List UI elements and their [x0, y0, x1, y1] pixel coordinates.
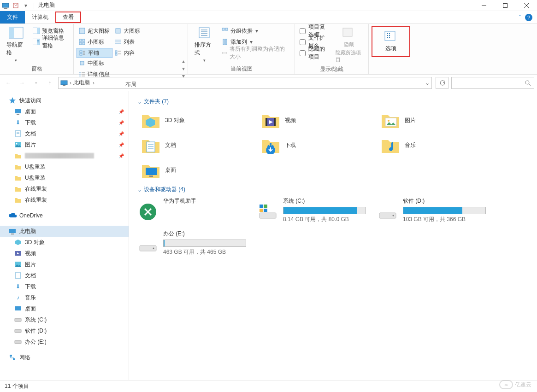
breadcrumb-this-pc[interactable]: 此电脑›	[73, 79, 94, 87]
tree-c-drive[interactable]: 系统 (C:)	[0, 314, 129, 325]
status-bar: 11 个项目	[0, 380, 537, 392]
tree-documents[interactable]: 文档📌	[0, 128, 129, 139]
hidden-items-check[interactable]: 隐藏的项目	[298, 48, 332, 58]
drive-d-bar	[403, 207, 486, 214]
drive-d[interactable]: 软件 (D:) 103 GB 可用，共 366 GB	[372, 197, 492, 223]
svg-rect-30	[115, 51, 117, 53]
layout-scroll-up-icon[interactable]: ▴	[182, 58, 185, 64]
tree-downloads[interactable]: ⬇下载📌	[0, 117, 129, 128]
svg-point-68	[16, 143, 18, 145]
forward-button[interactable]: →	[17, 77, 28, 88]
folder-music[interactable]: 音乐	[372, 134, 492, 156]
options-label: 选项	[385, 45, 396, 53]
tree-this-pc[interactable]: 此电脑	[0, 226, 129, 237]
tree-quick-access[interactable]: 快速访问	[0, 95, 129, 106]
tree-videos[interactable]: 视频	[0, 248, 129, 259]
tree-desktop[interactable]: 桌面📌	[0, 106, 129, 117]
svg-point-100	[393, 215, 394, 216]
svg-rect-47	[225, 28, 228, 30]
tab-file[interactable]: 文件	[0, 11, 25, 23]
tree-online1[interactable]: 在线重装	[0, 183, 129, 194]
options-button[interactable]: 选项	[373, 28, 408, 55]
xl-icons-button[interactable]: 超大图标	[77, 26, 112, 36]
close-button[interactable]	[516, 0, 537, 11]
search-box[interactable]	[451, 77, 534, 89]
drive-c[interactable]: 系统 (C:) 8.14 GB 可用，共 80.0 GB	[253, 197, 372, 223]
sort-button[interactable]: 排序方式 ▾	[191, 26, 218, 64]
tree-network[interactable]: 网络	[0, 352, 129, 363]
svg-rect-95	[260, 205, 263, 208]
tree-onedrive[interactable]: OneDrive	[0, 210, 129, 221]
folder-downloads[interactable]: 下载	[253, 134, 372, 156]
tree-e-drive[interactable]: 办公 (E:)	[0, 336, 129, 347]
layout-scroll-down-icon[interactable]: ▾	[182, 65, 185, 72]
folder-documents[interactable]: 文档	[133, 134, 253, 156]
tree-desktop2[interactable]: 桌面	[0, 303, 129, 314]
svg-rect-10	[37, 28, 40, 34]
content-button[interactable]: 内容	[112, 48, 146, 58]
list-button[interactable]: 列表	[112, 37, 146, 47]
pc-icon	[60, 80, 68, 86]
tree-pictures2[interactable]: 图片	[0, 259, 129, 270]
help-icon[interactable]: ?	[525, 14, 532, 21]
minimize-button[interactable]	[473, 0, 495, 11]
svg-rect-62	[15, 109, 21, 113]
m-icons-button[interactable]: 中图标	[77, 58, 116, 68]
pin-icon: 📌	[118, 120, 124, 125]
nav-pane-button[interactable]: 导航窗格 ▾	[3, 26, 29, 64]
svg-rect-20	[80, 51, 82, 53]
tree-blurred[interactable]: 📌	[0, 150, 129, 161]
address-dropdown-icon[interactable]: ⌄	[425, 80, 430, 86]
content-area: ⌄文件夹 (7) 3D 对象 视频 图片 文档 下载 音乐 桌面 ⌄设备和驱动器…	[129, 91, 537, 391]
tree-online2[interactable]: 在线重装	[0, 194, 129, 205]
tree-usb1[interactable]: U盘重装	[0, 161, 129, 172]
tree-downloads2[interactable]: ⬇下载	[0, 281, 129, 292]
details-pane-button[interactable]: 详细信息窗格	[31, 37, 71, 47]
svg-point-57	[389, 37, 390, 38]
nav-pane-label: 导航窗格	[6, 41, 25, 57]
maximize-button[interactable]	[495, 0, 516, 11]
svg-rect-96	[264, 205, 267, 208]
tree-documents2[interactable]: 文档	[0, 270, 129, 281]
tree-music[interactable]: ♪音乐	[0, 292, 129, 303]
tab-computer[interactable]: 计算机	[25, 11, 55, 23]
svg-rect-23	[80, 53, 82, 55]
folder-videos[interactable]: 视频	[253, 109, 372, 131]
refresh-button[interactable]	[436, 77, 448, 89]
tab-view[interactable]: 查看	[55, 12, 81, 23]
drives-header[interactable]: ⌄设备和驱动器 (4)	[137, 186, 533, 193]
drive-e-bar	[163, 240, 246, 247]
folder-pictures[interactable]: 图片	[372, 109, 492, 131]
drive-huawei[interactable]: 华为手机助手	[133, 197, 253, 223]
tree-d-drive[interactable]: 软件 (D:)	[0, 325, 129, 336]
svg-rect-18	[79, 42, 82, 45]
up-button[interactable]: ↑	[44, 77, 55, 88]
tree-usb2[interactable]: U盘重装	[0, 172, 129, 183]
collapse-ribbon-icon[interactable]: ˄	[519, 14, 521, 21]
back-button[interactable]: ←	[3, 77, 14, 88]
app-icon	[2, 2, 9, 9]
address-bar[interactable]: › 此电脑› ⌄	[58, 77, 432, 89]
recent-dropdown[interactable]: ▾	[30, 77, 41, 88]
svg-rect-1	[4, 8, 7, 9]
tiles-button[interactable]: 平铺	[77, 48, 112, 58]
l-icons-button[interactable]: 大图标	[112, 26, 146, 36]
tree-3d-objects[interactable]: 3D 对象	[0, 237, 129, 248]
qat-properties-icon[interactable]	[12, 2, 19, 9]
folders-header[interactable]: ⌄文件夹 (7)	[137, 98, 533, 105]
svg-rect-70	[11, 234, 14, 234]
drive-e[interactable]: 办公 (E:) 463 GB 可用，共 465 GB	[133, 230, 253, 256]
pin-icon: 📌	[118, 131, 124, 136]
qat-dropdown-icon[interactable]: ▾	[22, 2, 30, 9]
s-icons-button[interactable]: 小图标	[77, 37, 112, 47]
folder-desktop[interactable]: 桌面	[133, 159, 253, 181]
svg-rect-98	[264, 209, 267, 212]
watermark: ∞亿速云	[499, 380, 531, 389]
folder-3d-objects[interactable]: 3D 对象	[133, 109, 253, 131]
svg-rect-69	[9, 229, 16, 233]
tree-pictures[interactable]: 图片📌	[0, 139, 129, 150]
group-by-button[interactable]: 分组依据▾	[219, 26, 292, 36]
hide-selected-button: 隐藏 隐藏所选项目	[332, 26, 366, 64]
svg-rect-34	[80, 61, 84, 65]
svg-rect-78	[10, 355, 12, 357]
